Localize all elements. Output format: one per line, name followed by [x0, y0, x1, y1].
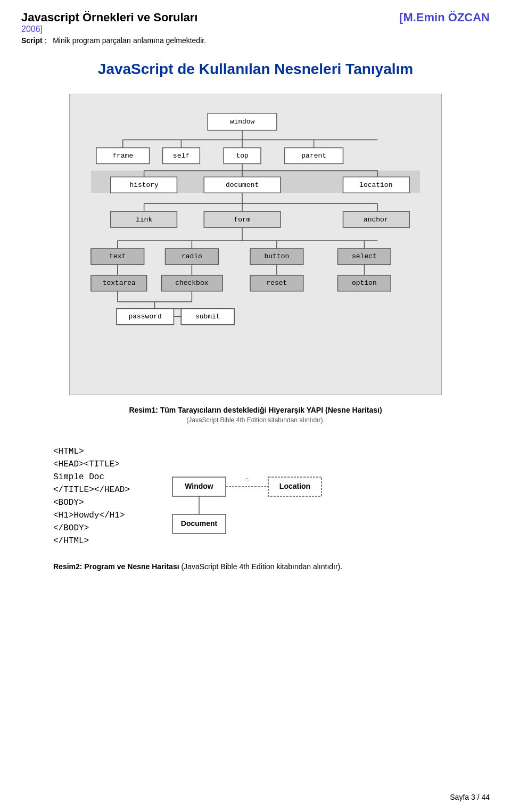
node-reset: reset [266, 279, 287, 287]
node-history: history [129, 181, 159, 189]
node-form: form [234, 216, 251, 224]
site-title: Javascript Örnekleri ve Soruları 2006] [21, 11, 197, 34]
node-document: document [226, 181, 259, 189]
node-window: window [230, 118, 255, 126]
diagram1-container: window frame self top parent history [69, 94, 442, 395]
hierarchy-diagram: window frame self top parent history [75, 105, 436, 382]
location-node: Location [279, 482, 310, 490]
node-textarea: textarea [103, 279, 136, 287]
node-select: select [352, 252, 377, 260]
diagram2-container: <HTML> <HEAD><TITLE> Simple Doc </TITLE>… [53, 445, 468, 552]
node-button: button [265, 252, 290, 260]
node-top: top [236, 152, 248, 160]
node-submit2: submit [195, 313, 220, 321]
node-anchor: anchor [364, 216, 389, 224]
header: Javascript Örnekleri ve Soruları 2006] [… [21, 11, 490, 34]
diagram1-caption: Resim1: Tüm Tarayıcıların desteklediği H… [21, 406, 490, 414]
node-parent: parent [301, 152, 326, 160]
document-node: Document [181, 519, 218, 528]
script-description: Script : Minik program parçaları anlamın… [21, 36, 490, 45]
script-desc: Minik program parçaları anlamına gelmekt… [53, 36, 206, 45]
author: [M.Emin ÖZCAN [399, 11, 490, 24]
script-label: Script [21, 36, 43, 45]
diagram2-caption: Resim2: Program ve Nesne Haritası (JavaS… [53, 562, 490, 571]
dash-label: -:- [244, 476, 250, 482]
node-frame: frame [112, 152, 133, 160]
page-title: JavaScript de Kullanılan Nesneleri Tanıy… [21, 61, 490, 78]
window-node: Window [185, 482, 213, 490]
diagram1-caption-sub: (JavaScript Bible 4th Edition kitabından… [21, 416, 490, 424]
node-option: option [352, 279, 377, 287]
node-self: self [173, 152, 189, 160]
node-radio: radio [182, 252, 202, 260]
diagram2-svg: Window Location -:- Document [151, 445, 343, 552]
html-code: <HTML> <HEAD><TITLE> Simple Doc </TITLE>… [53, 445, 130, 547]
footer: Sayfa 3 / 44 [450, 793, 490, 801]
node-checkbox: checkbox [175, 279, 208, 287]
node-password2: password [129, 313, 162, 321]
node-text: text [109, 252, 126, 260]
node-location: location [359, 181, 392, 189]
node-link: link [136, 216, 152, 224]
